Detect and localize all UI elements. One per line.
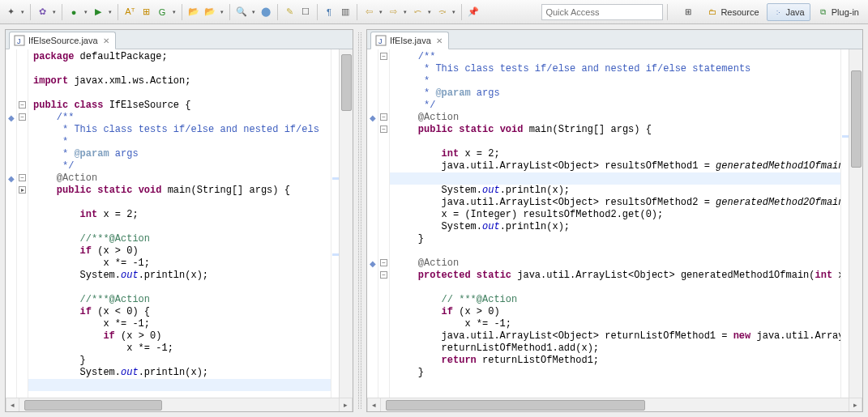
open-perspective-button[interactable]: ⊞ (677, 3, 699, 21)
perspective-switcher: ⊞ 🗀 Resource ჻ Java ⧉ Plug-in (677, 3, 865, 21)
fold-toggle[interactable]: − (380, 271, 387, 279)
fold-toggle[interactable]: − (19, 174, 26, 181)
dropdown-icon[interactable]: ▾ (171, 9, 177, 15)
nav-back-icon[interactable]: ⇦ (361, 5, 376, 19)
editor-body: ◆◆ −−−−− /** * This class tests if/else … (367, 49, 862, 398)
code-viewport[interactable]: package defaultPackage; import javax.xml… (28, 49, 331, 398)
tab-ifelse-source[interactable]: J IfElseSource.java ✕ (9, 32, 116, 49)
source-code[interactable]: package defaultPackage; import javax.xml… (28, 49, 331, 394)
folder-icon: 🗀 (707, 6, 718, 18)
scroll-left-icon[interactable]: ◂ (367, 398, 381, 411)
tab-row: J IfElse.java ✕ (367, 30, 862, 49)
scroll-thumb[interactable] (386, 400, 645, 411)
fold-toggle[interactable]: − (380, 53, 387, 60)
save-icon[interactable]: ✿ (35, 5, 49, 19)
svg-text:J: J (17, 37, 21, 45)
new-class-icon[interactable]: Aᵀ (122, 5, 137, 19)
dropdown-icon[interactable]: ▾ (107, 9, 113, 15)
override-marker-icon: ◆ (7, 113, 15, 121)
plugin-icon: ⧉ (818, 6, 829, 18)
search-icon[interactable]: 🔍 (234, 5, 249, 19)
close-icon[interactable]: ✕ (101, 36, 111, 45)
svg-text:J: J (378, 37, 383, 45)
perspective-plugin[interactable]: ⧉ Plug-in (812, 3, 865, 21)
perspective-label: Java (786, 7, 805, 17)
tab-ifelse[interactable]: J IfElse.java ✕ (370, 32, 449, 49)
fold-toggle[interactable]: − (380, 259, 387, 266)
toggle-mark-icon[interactable]: ✎ (282, 5, 297, 19)
current-line-highlight (390, 172, 840, 185)
java-file-icon: J (14, 35, 25, 46)
override-marker-icon: ◆ (369, 113, 377, 121)
nav-fwd-icon[interactable]: ⇨ (386, 5, 400, 19)
scroll-thumb[interactable] (851, 70, 862, 168)
marker-ruler: ◆◆ (6, 49, 17, 398)
open-task-icon[interactable]: 📂 (203, 5, 217, 19)
new-wizard-icon[interactable]: ✦ (3, 5, 18, 19)
horizontal-scrollbar[interactable]: ◂ ▸ (367, 398, 862, 411)
dropdown-icon[interactable]: ▾ (378, 9, 384, 15)
source-code[interactable]: /** * This class tests if/else and neste… (390, 49, 840, 382)
perspective-resource[interactable]: 🗀 Resource (701, 3, 764, 21)
run-icon[interactable]: ● (66, 5, 81, 19)
dropdown-icon[interactable]: ▾ (83, 9, 89, 15)
vertical-scrollbar[interactable] (339, 49, 353, 398)
tab-row: J IfElseSource.java ✕ (6, 30, 353, 49)
scroll-left-icon[interactable]: ◂ (6, 398, 19, 411)
dropdown-icon[interactable]: ▾ (19, 9, 26, 15)
block-select-icon[interactable]: ▥ (338, 5, 353, 19)
fold-toggle[interactable]: − (19, 101, 26, 109)
override-marker-icon: ◆ (7, 174, 15, 182)
pin-icon[interactable]: 📌 (466, 5, 481, 19)
dropdown-icon[interactable]: ▾ (250, 9, 257, 15)
scroll-thumb[interactable] (24, 400, 162, 411)
tab-label: IfElse.java (390, 36, 431, 45)
dropdown-icon[interactable]: ▾ (451, 9, 457, 15)
close-icon[interactable]: ✕ (434, 36, 444, 45)
main-toolbar: ✦▾ ✿▾ ●▾ ▶▾ Aᵀ ⊞ G▾ 📂 📂▾ 🔍▾ ⬤ ✎ ☐ ¶ ▥ ⇦▾… (0, 0, 868, 24)
quick-access-input[interactable] (541, 4, 663, 20)
overview-ruler (840, 49, 849, 398)
editor-sash[interactable] (358, 32, 361, 409)
tab-label: IfElseSource.java (28, 36, 98, 45)
fold-ruler: −−−▸ (17, 49, 28, 398)
scroll-right-icon[interactable]: ▸ (849, 398, 862, 411)
fold-toggle[interactable]: − (380, 113, 387, 121)
dropdown-icon[interactable]: ▾ (426, 9, 433, 15)
editor-pane-right: J IfElse.java ✕ ◆◆ −−−−− /** * This clas… (366, 29, 863, 412)
marker-ruler: ◆◆ (367, 49, 378, 398)
scroll-right-icon[interactable]: ▸ (339, 398, 353, 411)
fold-toggle[interactable]: − (19, 113, 26, 121)
current-line-highlight (28, 379, 331, 391)
show-whitespace-icon[interactable]: ¶ (322, 5, 336, 19)
run-last-icon[interactable]: ▶ (91, 5, 105, 19)
last-edit-icon[interactable]: ⤺ (410, 5, 425, 19)
java-icon: ჻ (772, 6, 784, 18)
editor-area: J IfElseSource.java ✕ ◆◆ −−−▸ package de… (0, 24, 868, 417)
dropdown-icon[interactable]: ▾ (51, 9, 58, 15)
fold-ruler: −−−−− (378, 49, 390, 398)
dropdown-icon[interactable]: ▾ (402, 9, 408, 15)
perspective-label: Plug-in (832, 7, 859, 17)
open-resource-icon[interactable]: ⬤ (259, 5, 273, 19)
editor-pane-left: J IfElseSource.java ✕ ◆◆ −−−▸ package de… (5, 29, 353, 412)
fold-toggle[interactable]: ▸ (19, 186, 26, 194)
code-viewport[interactable]: /** * This class tests if/else and neste… (390, 49, 840, 398)
open-type-icon[interactable]: 📂 (186, 5, 201, 19)
next-annotation-icon[interactable]: ⤼ (434, 5, 449, 19)
new-package-icon[interactable]: ⊞ (139, 5, 153, 19)
editor-body: ◆◆ −−−▸ package defaultPackage; import j… (6, 49, 353, 398)
vertical-scrollbar[interactable] (849, 49, 862, 398)
new-plugin-icon[interactable]: G (155, 5, 169, 19)
dropdown-icon[interactable]: ▾ (219, 9, 225, 15)
perspective-label: Resource (720, 7, 759, 17)
perspective-java[interactable]: ჻ Java (767, 3, 810, 21)
scroll-thumb[interactable] (341, 54, 352, 111)
java-file-icon: J (375, 35, 387, 46)
open-perspective-icon: ⊞ (682, 6, 694, 18)
fold-toggle[interactable]: − (380, 126, 387, 133)
override-marker-icon: ◆ (369, 259, 377, 267)
toggle-breakpoint-icon[interactable]: ☐ (298, 5, 313, 19)
overview-ruler (331, 49, 339, 398)
horizontal-scrollbar[interactable]: ◂ ▸ (6, 398, 353, 411)
